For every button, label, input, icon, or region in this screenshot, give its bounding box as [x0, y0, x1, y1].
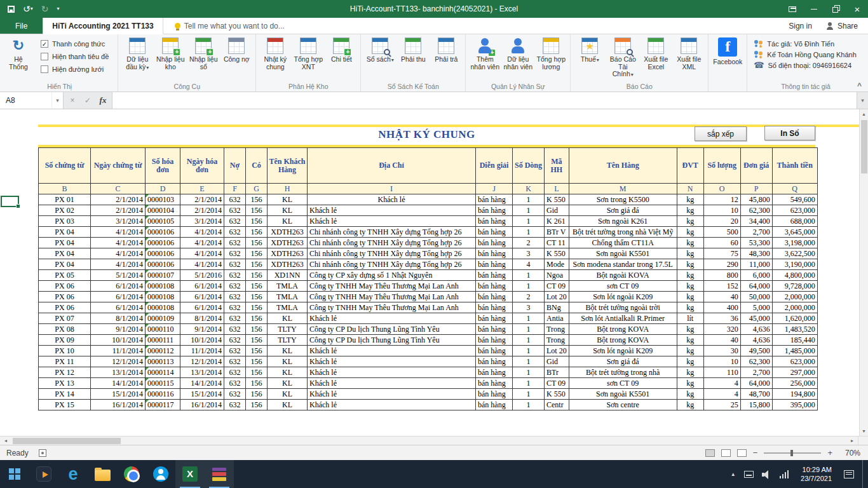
- cell[interactable]: kg: [677, 324, 703, 335]
- cell[interactable]: Khách lẻ: [308, 378, 476, 389]
- cell[interactable]: 632: [224, 378, 246, 389]
- cell[interactable]: 10/1/2014: [180, 335, 224, 346]
- cell[interactable]: Công ty TNHH May Thêu Thương Mại Lan Anh: [308, 302, 476, 313]
- cell[interactable]: 15,800: [740, 400, 772, 410]
- cell[interactable]: bán hàng: [476, 335, 513, 346]
- so-sach-button[interactable]: Sổ sách▾: [363, 36, 397, 65]
- spreadsheet-area[interactable]: NHẬT KÝ CHUNG sắp xếp In Sổ Số chứng từN…: [0, 109, 868, 436]
- ribbon-display-options-button[interactable]: [782, 0, 803, 18]
- cell[interactable]: Sơn lót ngoài K209: [569, 292, 677, 302]
- cell[interactable]: kg: [677, 259, 703, 270]
- cell[interactable]: 2/1/2014: [91, 194, 146, 205]
- horizontal-scrollbar[interactable]: ◂ ▸: [0, 436, 868, 445]
- cell[interactable]: 2/1/2014: [91, 205, 146, 216]
- cell[interactable]: Khách lẻ: [308, 389, 476, 400]
- cell[interactable]: 156: [246, 389, 268, 400]
- column-letter[interactable]: N: [677, 184, 703, 194]
- scroll-down-icon[interactable]: ▼: [860, 426, 868, 436]
- cell[interactable]: 11/1/2014: [180, 346, 224, 356]
- cell[interactable]: 156: [246, 324, 268, 335]
- cell[interactable]: 156: [246, 313, 268, 324]
- cell[interactable]: 156: [246, 378, 268, 389]
- cell[interactable]: 50,000: [740, 292, 772, 302]
- cell[interactable]: 64,000: [740, 378, 772, 389]
- cell[interactable]: 40: [703, 335, 740, 346]
- cell[interactable]: 1: [513, 367, 545, 378]
- cell[interactable]: TLTY: [268, 324, 308, 335]
- cell[interactable]: Lot 20: [545, 346, 569, 356]
- cell[interactable]: XD1NN: [268, 270, 308, 281]
- cell[interactable]: 0000117: [146, 400, 180, 410]
- page-break-view-button[interactable]: [737, 449, 747, 457]
- volume-icon[interactable]: [762, 470, 771, 478]
- cell[interactable]: 4/1/2014: [91, 238, 146, 248]
- cell[interactable]: kg: [677, 389, 703, 400]
- cell[interactable]: 62,300: [740, 205, 772, 216]
- cell[interactable]: Chi nhánh công ty TNHH Xây dựng Tổng hợp…: [308, 227, 476, 238]
- cell[interactable]: 62,300: [740, 356, 772, 367]
- cell[interactable]: Chi nhánh công ty TNHH Xây dựng Tổng hợp…: [308, 259, 476, 270]
- taskbar-messenger[interactable]: [146, 460, 175, 488]
- cell[interactable]: 9,728,000: [772, 281, 817, 292]
- cell[interactable]: BTr: [545, 367, 569, 378]
- column-header[interactable]: Có: [246, 148, 268, 184]
- cell[interactable]: kg: [677, 335, 703, 346]
- chi-tiet-button[interactable]: +Chi tiết: [325, 36, 358, 65]
- cell[interactable]: 156: [246, 259, 268, 270]
- cell[interactable]: 4/1/2014: [91, 248, 146, 259]
- cell[interactable]: 10: [703, 205, 740, 216]
- cell[interactable]: 3: [513, 248, 545, 259]
- cell[interactable]: kg: [677, 194, 703, 205]
- cell[interactable]: 156: [246, 400, 268, 410]
- cell[interactable]: 1: [513, 194, 545, 205]
- cell[interactable]: 156: [246, 281, 268, 292]
- cell[interactable]: bán hàng: [476, 216, 513, 227]
- cell[interactable]: Bột trét tường ngoài trời: [569, 302, 677, 313]
- column-letter[interactable]: M: [569, 184, 677, 194]
- tong-hop-xnt-button[interactable]: Tổng hợp XNT: [292, 36, 325, 72]
- cell[interactable]: 4: [513, 259, 545, 270]
- cell[interactable]: 0000114: [146, 367, 180, 378]
- insert-function-icon[interactable]: fx: [95, 95, 111, 105]
- column-letter[interactable]: K: [513, 184, 545, 194]
- taskbar-clock[interactable]: 10:29 AM 23/7/2021: [797, 465, 836, 483]
- column-header[interactable]: ĐVT: [677, 148, 703, 184]
- cell[interactable]: 4/1/2014: [180, 248, 224, 259]
- bao-cao-tai-chinh-button[interactable]: Báo Cáo Tài Chính▾: [606, 36, 639, 80]
- cell[interactable]: 256,000: [772, 378, 817, 389]
- cell[interactable]: 2/1/2014: [180, 194, 224, 205]
- cell[interactable]: PX 12: [39, 367, 91, 378]
- cell[interactable]: 4/1/2014: [180, 259, 224, 270]
- cell[interactable]: KL: [268, 367, 308, 378]
- cell[interactable]: 1: [513, 335, 545, 346]
- tab-hiti-accounting[interactable]: HiTi Accounting 2021 TT133: [43, 18, 163, 34]
- cell[interactable]: K 261: [545, 216, 569, 227]
- cell[interactable]: PX 04: [39, 227, 91, 238]
- zoom-slider[interactable]: [764, 452, 821, 454]
- cell[interactable]: kg: [677, 367, 703, 378]
- cell[interactable]: 185,440: [772, 335, 817, 346]
- file-tab[interactable]: File: [0, 18, 43, 34]
- cell[interactable]: Khách lẻ: [308, 367, 476, 378]
- tong-hop-luong-button[interactable]: Tổng hợp lương: [534, 36, 567, 72]
- cell[interactable]: XDTH263: [268, 248, 308, 259]
- cell[interactable]: 0000113: [146, 356, 180, 367]
- cell[interactable]: K 550: [545, 248, 569, 259]
- cell[interactable]: kg: [677, 281, 703, 292]
- cell[interactable]: 156: [246, 335, 268, 346]
- normal-view-button[interactable]: [705, 449, 715, 457]
- cell[interactable]: 30: [703, 346, 740, 356]
- cell[interactable]: K 550: [545, 194, 569, 205]
- column-header[interactable]: Nợ: [224, 148, 246, 184]
- cell[interactable]: PX 11: [39, 356, 91, 367]
- cell[interactable]: 0000105: [146, 216, 180, 227]
- cell[interactable]: 1,483,520: [772, 324, 817, 335]
- cell[interactable]: 45,000: [740, 313, 772, 324]
- nhat-ky-chung-button[interactable]: Nhật ký chung: [259, 36, 292, 72]
- cell[interactable]: 60: [703, 238, 740, 248]
- cell[interactable]: 0000111: [146, 335, 180, 346]
- cell[interactable]: Bột trét tường trong nhà: [569, 367, 677, 378]
- cancel-formula-icon[interactable]: ×: [65, 96, 80, 105]
- column-header[interactable]: Số Dòng: [513, 148, 545, 184]
- cell[interactable]: 632: [224, 367, 246, 378]
